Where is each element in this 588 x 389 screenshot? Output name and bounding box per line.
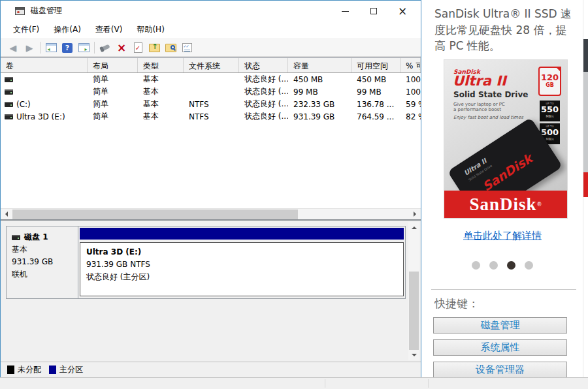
disk-1-info[interactable]: 磁盘 1 基本 931.39 GB 联机 — [7, 226, 78, 298]
status-bar-separator — [325, 379, 325, 388]
product-model: Ultra II — [453, 73, 506, 89]
capacity-value: 120 — [540, 72, 560, 82]
disk-size: 931.39 GB — [12, 256, 73, 268]
legend-unallocated: 未分配 — [7, 364, 41, 375]
disk-management-window: 磁盘管理 × 文件(F) 操作(A) 查看(V) 帮助(H) ◀ ▶ ◂ ? ▸… — [0, 0, 421, 377]
help-icon: ? — [62, 43, 73, 53]
horizontal-scrollbar-thumb[interactable] — [12, 210, 298, 219]
minimize-button[interactable] — [331, 3, 359, 20]
carousel-dots — [422, 261, 583, 270]
volume-icon — [5, 114, 13, 119]
forward-button[interactable]: ▶ — [22, 41, 37, 54]
scroll-right-button[interactable] — [410, 209, 421, 219]
close-button[interactable]: × — [388, 3, 417, 20]
folder-up-icon: ↑ — [149, 44, 160, 52]
status-bar-separator — [428, 379, 429, 388]
legend-label: 未分配 — [18, 364, 41, 375]
mark-active-button[interactable]: ✓ — [131, 41, 145, 54]
carousel-dot[interactable] — [472, 261, 480, 270]
disk-graph-pane: 磁盘 1 基本 931.39 GB 联机 Ultra 3D (E:) 931.3… — [1, 221, 421, 362]
scroll-down-button[interactable] — [408, 350, 419, 360]
horizontal-scrollbar[interactable] — [1, 208, 421, 219]
properties-button[interactable] — [180, 41, 194, 54]
cell-status: 状态良好 (... — [239, 86, 288, 97]
menu-help[interactable]: 帮助(H) — [129, 21, 171, 39]
next-slide-preview — [583, 39, 588, 197]
vertical-scrollbar-thumb[interactable] — [409, 272, 419, 350]
partition-block[interactable]: Ultra 3D (E:) 931.39 GB NTFS 状态良好 (主分区) — [80, 242, 404, 296]
scroll-left-button[interactable] — [1, 209, 12, 219]
volume-table-header: 卷 布局 类型 文件系统 状态 容量 可用空间 % 可用 — [1, 58, 421, 73]
partition-status: 状态良好 (主分区) — [86, 271, 397, 283]
open-button[interactable]: ↑ — [147, 41, 161, 54]
system-properties-button[interactable]: 系统属性 — [433, 339, 567, 356]
inspect-tool-icon — [101, 44, 110, 52]
close-icon: × — [398, 6, 407, 17]
cell-capacity: 232.33 GB — [288, 100, 351, 109]
toolbar-separator — [40, 42, 41, 54]
product-subtitle: Solid State Drive — [453, 90, 528, 99]
sandisk-promo-panel: SanDisk Ultra® II SSD 速度比常见硬盘快 28 倍，提高 P… — [422, 0, 588, 377]
cell-free: 136.78 ... — [351, 100, 400, 109]
maximize-button[interactable] — [359, 3, 388, 20]
column-header-free-space[interactable]: 可用空间 — [351, 58, 400, 72]
status-bar — [0, 377, 588, 389]
disk-icon — [12, 235, 20, 240]
show-console-tree-button[interactable]: ◂ — [44, 41, 58, 54]
column-header-type[interactable]: 类型 — [138, 58, 184, 72]
maximize-icon — [370, 8, 377, 14]
volume-list-pane: 卷 布局 类型 文件系统 状态 容量 可用空间 % 可用 简单 基本 状态良好 … — [1, 57, 421, 219]
disk-type: 基本 — [12, 243, 73, 256]
disk-management-button[interactable]: 磁盘管理 — [433, 317, 567, 334]
vertical-scrollbar[interactable] — [408, 222, 419, 360]
window-title: 磁盘管理 — [31, 5, 62, 16]
column-header-capacity[interactable]: 容量 — [288, 58, 351, 72]
column-header-status[interactable]: 状态 — [239, 58, 288, 72]
scroll-up-icon — [412, 224, 417, 229]
cell-layout: 简单 — [88, 99, 138, 110]
back-button[interactable]: ◀ — [6, 41, 20, 54]
cell-type: 基本 — [138, 74, 184, 85]
toolbar: ◀ ▶ ◂ ? ▸ × ✓ ↑ — [1, 39, 421, 57]
carousel-dot[interactable] — [489, 261, 498, 270]
read-speed-badge: UP TO 550 MB/s — [540, 101, 560, 121]
column-header-volume[interactable]: 卷 — [1, 58, 88, 72]
toolbar-separator — [94, 42, 95, 54]
column-header-pct-free[interactable]: % 可用 — [400, 58, 421, 72]
show-action-pane-button[interactable]: ▸ — [76, 41, 91, 54]
cell-type: 基本 — [138, 86, 184, 97]
forward-arrow-icon: ▶ — [26, 43, 33, 53]
details-link[interactable]: 单击此处了解详情 — [463, 230, 542, 241]
explore-button[interactable] — [163, 41, 178, 54]
scroll-up-button[interactable] — [408, 222, 419, 232]
scroll-down-icon — [412, 354, 417, 359]
back-arrow-icon: ◀ — [10, 43, 16, 53]
volume-name: Ultra 3D (E:) — [16, 112, 65, 121]
cell-type: 基本 — [138, 111, 184, 122]
menu-action[interactable]: 操作(A) — [46, 21, 88, 39]
device-manager-button[interactable]: 设备管理器 — [433, 362, 567, 377]
menu-view[interactable]: 查看(V) — [88, 21, 130, 39]
cell-capacity: 99 MB — [288, 87, 351, 97]
scroll-right-icon — [414, 211, 419, 217]
table-row[interactable]: (C:) 简单 基本 NTFS 状态良好 (... 232.33 GB 136.… — [1, 98, 421, 110]
check-document-icon: ✓ — [134, 42, 142, 53]
column-header-filesystem[interactable]: 文件系统 — [184, 58, 239, 72]
scroll-left-icon — [3, 211, 8, 217]
menu-file[interactable]: 文件(F) — [6, 21, 46, 39]
help-button[interactable]: ? — [60, 41, 74, 54]
table-row[interactable]: 简单 基本 状态良好 (... 450 MB 450 MB 100 % — [1, 73, 421, 86]
carousel-dot[interactable] — [525, 261, 533, 270]
table-row[interactable]: Ultra 3D (E:) 简单 基本 NTFS 状态良好 (... 931.3… — [1, 110, 421, 123]
carousel-dot[interactable] — [507, 261, 515, 270]
column-header-layout[interactable]: 布局 — [88, 58, 138, 72]
table-row[interactable]: 简单 基本 状态良好 (... 99 MB 99 MB 100 % — [1, 86, 421, 98]
product-image[interactable]: SanDisk Ultra II Solid State Drive Give … — [444, 60, 567, 218]
title-bar: 磁盘管理 × — [1, 1, 421, 21]
shortcuts-label: 快捷键： — [434, 296, 479, 311]
volume-icon — [5, 89, 13, 95]
inspect-tool-button[interactable] — [98, 41, 112, 54]
delete-volume-button[interactable]: × — [114, 41, 129, 54]
legend-primary-partition: 主分区 — [49, 364, 83, 375]
cell-capacity: 931.39 GB — [288, 112, 351, 121]
